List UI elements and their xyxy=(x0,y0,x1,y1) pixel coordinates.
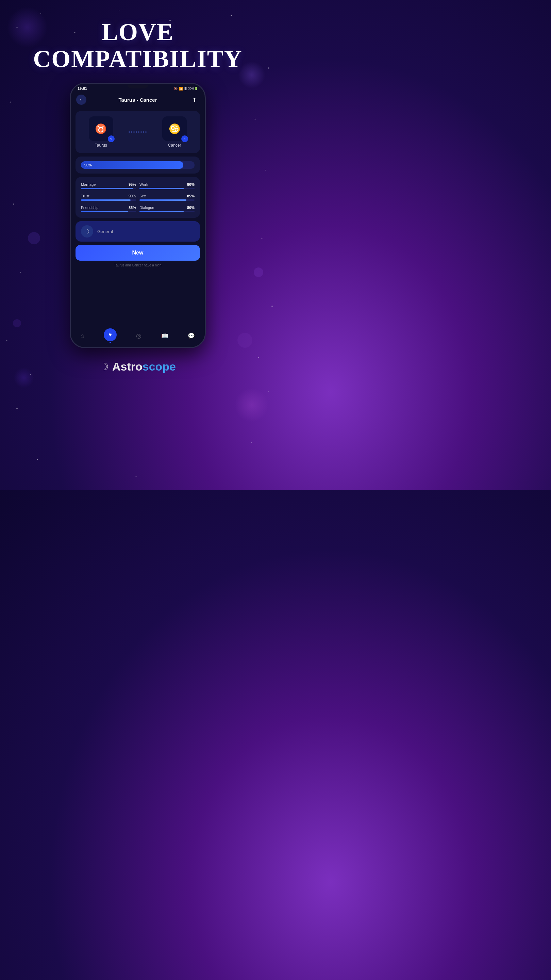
signal-icon: ||| xyxy=(184,87,187,90)
dot-7 xyxy=(143,131,144,133)
notch xyxy=(127,85,148,89)
svg-point-21 xyxy=(37,459,38,460)
stat-dialogue-bar-outer xyxy=(140,211,195,212)
status-time: 19:01 xyxy=(78,86,87,91)
svg-point-19 xyxy=(268,391,269,392)
taurus-icon: ♉ ▽ xyxy=(89,116,113,141)
brand-name: Astroscope xyxy=(112,360,176,373)
cancer-name: Cancer xyxy=(168,143,181,148)
new-button[interactable]: New xyxy=(76,245,200,261)
stat-sex-label: Sex xyxy=(140,194,146,198)
overall-progress-label: 90% xyxy=(84,163,92,167)
stat-trust-header: Trust 90% xyxy=(81,194,136,198)
taurus-badge: ▽ xyxy=(108,135,114,142)
general-label: General xyxy=(97,229,113,234)
heart-icon: ♥ xyxy=(108,332,112,338)
nav-read[interactable]: 📖 xyxy=(161,332,168,340)
nav-love[interactable]: ♥ xyxy=(104,328,117,343)
stat-marriage-bar-outer xyxy=(81,188,136,189)
signs-card: ♉ ▽ Taurus ♋ xyxy=(76,111,200,153)
cancer-icon: ♋ ≈ xyxy=(162,116,187,141)
stat-sex-value: 85% xyxy=(187,194,195,198)
new-button-label: New xyxy=(132,250,143,256)
stat-marriage-header: Marriage 95% xyxy=(81,182,136,186)
screen-content[interactable]: ♉ ▽ Taurus ♋ xyxy=(71,108,205,339)
brand-moon-icon: ☽ xyxy=(100,361,109,372)
home-icon: ⌂ xyxy=(81,332,84,340)
stat-work-value: 80% xyxy=(187,182,195,186)
dot-8 xyxy=(145,131,147,133)
decorative-orb-4 xyxy=(235,388,269,422)
stat-work-header: Work 80% xyxy=(140,182,195,186)
stat-sex-bar-inner xyxy=(140,199,186,201)
wifi-icon: 📶 xyxy=(179,87,183,91)
nav-chat[interactable]: 💬 xyxy=(188,332,195,340)
stat-sex-header: Sex 85% xyxy=(140,194,195,198)
stat-friendship: Friendship 85% xyxy=(81,205,136,212)
stat-friendship-label: Friendship xyxy=(81,205,98,210)
general-card[interactable]: ☽ General xyxy=(76,221,200,242)
mute-icon: 🔇 xyxy=(174,87,178,90)
title-section: LOVE COMPATIBILITY xyxy=(0,0,275,79)
share-button[interactable]: ⬆ xyxy=(189,95,199,105)
stat-work-label: Work xyxy=(140,182,148,186)
stat-trust-bar-outer xyxy=(81,199,136,201)
nav-home[interactable]: ⌂ xyxy=(81,332,84,340)
stat-dialogue-label: Dialogue xyxy=(140,205,154,210)
back-arrow-icon: ← xyxy=(79,97,84,102)
svg-point-23 xyxy=(136,476,137,477)
dot-4 xyxy=(136,131,137,133)
dot-1 xyxy=(129,131,130,133)
top-bar: ← Taurus - Cancer ⬆ xyxy=(71,92,205,108)
cancer-sign-item: ♋ ≈ Cancer xyxy=(162,116,187,148)
stat-sex-bar-outer xyxy=(140,199,195,201)
chat-icon: 💬 xyxy=(188,332,195,340)
svg-point-18 xyxy=(258,357,259,358)
stat-marriage-label: Marriage xyxy=(81,182,95,186)
stat-work-bar-inner xyxy=(140,188,184,189)
stat-friendship-header: Friendship 85% xyxy=(81,205,136,210)
stat-trust-bar-inner xyxy=(81,199,130,201)
cancer-badge: ≈ xyxy=(181,135,188,142)
stat-dialogue: Dialogue 80% xyxy=(140,205,195,212)
stat-marriage-bar-inner xyxy=(81,188,133,189)
status-bar: 19:01 🔇 📶 ||| 30%🔋 xyxy=(71,84,205,92)
main-title: LOVE COMPATIBILITY xyxy=(0,19,275,73)
stat-friendship-bar-outer xyxy=(81,211,136,212)
taurus-name: Taurus xyxy=(95,143,107,148)
phone-body: 19:01 🔇 📶 ||| 30%🔋 ← Taurus - Cancer ⬆ xyxy=(70,83,206,348)
bottom-nav: ⌂ ♥ ◎ 📖 💬 xyxy=(71,327,205,347)
love-heart-circle: ♥ xyxy=(104,328,117,341)
phone-mockup: 19:01 🔇 📶 ||| 30%🔋 ← Taurus - Cancer ⬆ xyxy=(0,83,275,348)
status-icons: 🔇 📶 ||| 30%🔋 xyxy=(174,87,198,91)
back-button[interactable]: ← xyxy=(76,95,86,105)
overall-progress-bar-inner xyxy=(81,161,183,169)
branding-section: ☽ Astroscope xyxy=(0,360,275,373)
page-title: Taurus - Cancer xyxy=(118,97,157,103)
stat-work: Work 80% xyxy=(140,182,195,189)
stat-dialogue-value: 80% xyxy=(187,205,195,210)
subtitle-text: Taurus and Cancer have a high xyxy=(76,263,200,267)
dots-divider xyxy=(129,131,147,133)
stat-sex: Sex 85% xyxy=(140,194,195,201)
brand-scope-text: scope xyxy=(143,360,176,373)
stat-trust-label: Trust xyxy=(81,194,89,198)
share-icon: ⬆ xyxy=(192,97,197,103)
svg-point-17 xyxy=(30,374,31,375)
dot-6 xyxy=(140,131,142,133)
stat-friendship-bar-inner xyxy=(81,211,128,212)
nav-explore[interactable]: ◎ xyxy=(136,332,141,340)
svg-point-22 xyxy=(251,442,252,443)
svg-point-20 xyxy=(16,408,18,409)
battery-icon: 30%🔋 xyxy=(188,87,198,90)
stat-work-bar-outer xyxy=(140,188,195,189)
book-icon: 📖 xyxy=(161,332,168,340)
stat-dialogue-header: Dialogue 80% xyxy=(140,205,195,210)
cancer-symbol: ♋ xyxy=(169,123,181,134)
stats-grid: Marriage 95% Work 80% xyxy=(81,182,195,212)
taurus-sign-item: ♉ ▽ Taurus xyxy=(89,116,113,148)
dot-2 xyxy=(131,131,132,133)
dot-5 xyxy=(138,131,140,133)
stat-trust: Trust 90% xyxy=(81,194,136,201)
nav-active-dot xyxy=(110,342,111,343)
